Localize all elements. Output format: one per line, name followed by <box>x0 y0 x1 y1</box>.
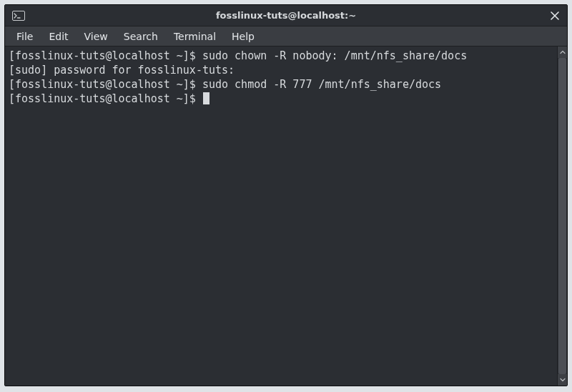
terminal-line: [sudo] password for fosslinux-tuts: <box>9 63 553 77</box>
menu-edit[interactable]: Edit <box>41 29 75 44</box>
titlebar[interactable]: fosslinux-tuts@localhost:~ <box>5 5 567 26</box>
terminal-line: [fosslinux-tuts@localhost ~]$ <box>9 92 553 106</box>
scroll-up-button[interactable] <box>558 46 567 58</box>
menubar: File Edit View Search Terminal Help <box>5 26 567 46</box>
scroll-down-button[interactable] <box>558 374 567 386</box>
shell-prompt: [fosslinux-tuts@localhost ~]$ <box>9 49 202 62</box>
window-title: fosslinux-tuts@localhost:~ <box>5 10 567 21</box>
terminal-output[interactable]: [fosslinux-tuts@localhost ~]$ sudo chown… <box>5 46 557 386</box>
terminal-window: fosslinux-tuts@localhost:~ File Edit Vie… <box>4 4 568 386</box>
shell-command: sudo chown -R nobody: /mnt/nfs_share/doc… <box>202 49 467 62</box>
text-cursor <box>203 92 209 104</box>
close-icon <box>551 11 559 20</box>
svg-rect-0 <box>13 11 25 20</box>
chevron-up-icon <box>560 49 566 55</box>
menu-terminal[interactable]: Terminal <box>167 29 223 44</box>
scroll-track[interactable] <box>558 58 567 374</box>
terminal-area: [fosslinux-tuts@localhost ~]$ sudo chown… <box>5 46 567 386</box>
chevron-down-icon <box>560 377 566 383</box>
scroll-thumb[interactable] <box>558 58 566 374</box>
terminal-line: [fosslinux-tuts@localhost ~]$ sudo chmod… <box>9 77 553 92</box>
terminal-line: [fosslinux-tuts@localhost ~]$ sudo chown… <box>9 49 553 63</box>
scrollbar[interactable] <box>557 46 567 386</box>
close-button[interactable] <box>547 8 563 24</box>
menu-help[interactable]: Help <box>225 29 262 44</box>
shell-prompt: [fosslinux-tuts@localhost ~]$ <box>9 92 202 105</box>
shell-prompt: [fosslinux-tuts@localhost ~]$ <box>9 78 202 91</box>
terminal-app-icon <box>11 9 26 22</box>
menu-search[interactable]: Search <box>117 29 165 44</box>
shell-command: sudo chmod -R 777 /mnt/nfs_share/docs <box>202 78 441 91</box>
menu-view[interactable]: View <box>77 29 115 44</box>
menu-file[interactable]: File <box>9 29 40 44</box>
